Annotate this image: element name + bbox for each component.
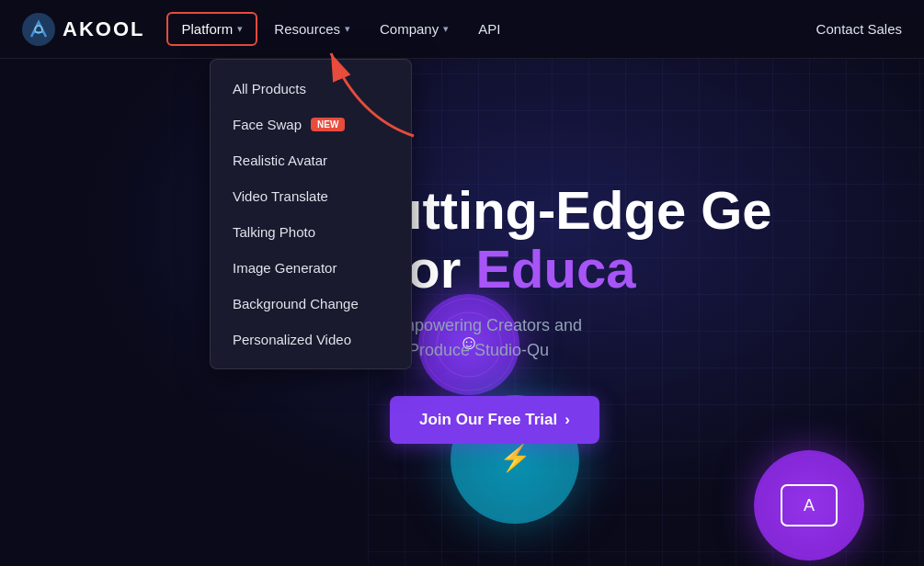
- logo-icon: [22, 13, 55, 46]
- nav-platform[interactable]: Platform ▾: [166, 12, 257, 46]
- cta-button[interactable]: Join Our Free Trial ›: [390, 396, 599, 444]
- api-label: API: [478, 21, 500, 37]
- dropdown-label-face-swap: Face Swap: [233, 117, 302, 132]
- hero-title: utting-Edge Ge for Educa: [390, 181, 902, 299]
- dropdown-label-background-change: Background Change: [233, 296, 359, 311]
- resources-chevron: ▾: [345, 23, 350, 35]
- logo[interactable]: AKOOL: [22, 13, 144, 46]
- nav-right: Contact Sales: [816, 21, 902, 37]
- dropdown-item-personalized-video[interactable]: Personalized Video: [211, 322, 411, 357]
- cta-arrow-icon: ›: [565, 411, 570, 429]
- hero-content: utting-Edge Ge for Educa Empowering Crea…: [368, 59, 924, 566]
- nav-resources[interactable]: Resources ▾: [261, 14, 363, 44]
- dropdown-label-talking-photo: Talking Photo: [233, 224, 315, 240]
- resources-label: Resources: [274, 21, 340, 37]
- dropdown-item-talking-photo[interactable]: Talking Photo: [211, 214, 411, 250]
- hero-title-line2: for Educa: [390, 239, 636, 299]
- dropdown-item-all-products[interactable]: All Products: [211, 71, 411, 107]
- platform-dropdown: All Products Face Swap New Realistic Ava…: [210, 59, 412, 369]
- dropdown-label-image-generator: Image Generator: [233, 260, 337, 276]
- platform-label: Platform: [181, 21, 233, 37]
- dropdown-label-all-products: All Products: [233, 81, 306, 96]
- platform-chevron: ▾: [237, 23, 243, 35]
- badge-new: New: [311, 118, 345, 131]
- dropdown-label-video-translate: Video Translate: [233, 188, 328, 204]
- svg-point-9: [22, 13, 55, 46]
- cta-label: Join Our Free Trial: [419, 411, 557, 429]
- nav-api[interactable]: API: [465, 14, 513, 44]
- dropdown-label-personalized-video: Personalized Video: [233, 332, 351, 347]
- company-chevron: ▾: [443, 23, 449, 35]
- dropdown-item-background-change[interactable]: Background Change: [211, 286, 411, 322]
- dropdown-item-image-generator[interactable]: Image Generator: [211, 250, 411, 286]
- hero-subtitle-line1: Empowering Creators and: [390, 316, 582, 334]
- dropdown-item-face-swap[interactable]: Face Swap New: [211, 107, 411, 142]
- nav-contact-sales[interactable]: Contact Sales: [816, 21, 902, 37]
- hero-title-accent: Educa: [475, 239, 635, 299]
- hero-title-line1: utting-Edge Ge: [390, 180, 772, 240]
- dropdown-item-realistic-avatar[interactable]: Realistic Avatar: [211, 142, 411, 178]
- dropdown-menu: All Products Face Swap New Realistic Ava…: [210, 59, 412, 369]
- dropdown-label-realistic-avatar: Realistic Avatar: [233, 153, 327, 168]
- hero-subtitle: Empowering Creators and to Produce Studi…: [390, 313, 902, 363]
- company-label: Company: [380, 21, 439, 37]
- hero-subtitle-line2: to Produce Studio-Qu: [390, 341, 549, 359]
- nav-items: Platform ▾ Resources ▾ Company ▾ API: [166, 12, 816, 46]
- dropdown-item-video-translate[interactable]: Video Translate: [211, 178, 411, 214]
- navbar: AKOOL Platform ▾ Resources ▾ Company ▾ A…: [0, 0, 924, 59]
- logo-text: AKOOL: [63, 17, 144, 41]
- nav-company[interactable]: Company ▾: [367, 14, 462, 44]
